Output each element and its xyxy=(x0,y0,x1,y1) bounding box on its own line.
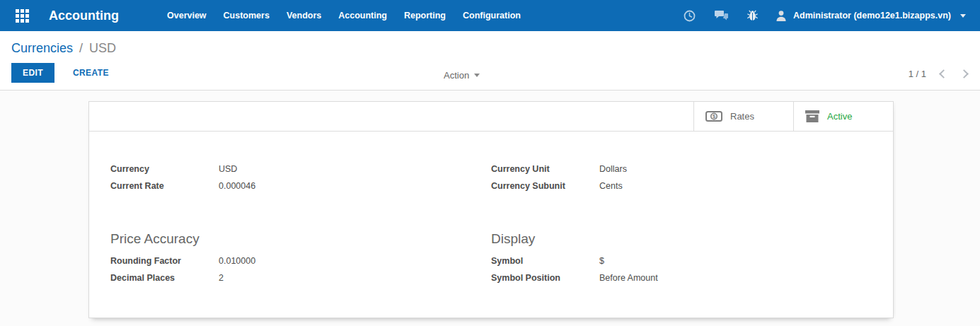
section-display: Display Symbol $ Symbol Position Before … xyxy=(491,231,872,290)
section-title-display: Display xyxy=(491,231,872,247)
menu-overview[interactable]: Overview xyxy=(158,6,215,25)
field-value: Before Amount xyxy=(599,273,658,283)
user-menu[interactable]: Administrator (demo12e1.bizapps.vn) xyxy=(770,6,969,26)
breadcrumb-currencies-link[interactable]: Currencies xyxy=(11,41,73,55)
field-label: Currency Subunit xyxy=(491,181,599,191)
field-value: Dollars xyxy=(599,164,627,174)
pager-previous-icon[interactable] xyxy=(939,69,948,78)
section-group: Price Accuracy Rounding Factor 0.010000 … xyxy=(110,231,872,290)
pager-next-icon[interactable] xyxy=(959,69,969,78)
field-label: Rounding Factor xyxy=(110,256,219,266)
control-panel-buttons: EDIT CREATE xyxy=(11,63,969,83)
menu-customers[interactable]: Customers xyxy=(215,6,278,25)
field-label: Currency Unit xyxy=(491,164,599,174)
field-value: 0.000046 xyxy=(219,181,255,191)
chevron-down-icon xyxy=(474,74,480,77)
pager-value: 1 / 1 xyxy=(909,69,926,79)
breadcrumb: Currencies / USD xyxy=(11,40,969,56)
field-value: 0.010000 xyxy=(219,256,255,266)
field-current-rate: Current Rate 0.000046 xyxy=(110,181,491,198)
edit-button[interactable]: EDIT xyxy=(11,63,54,83)
field-label: Current Rate xyxy=(110,181,219,191)
rates-button-label: Rates xyxy=(730,111,754,122)
user-name: Administrator (demo12e1.bizapps.vn) xyxy=(793,11,951,21)
section-price-accuracy: Price Accuracy Rounding Factor 0.010000 … xyxy=(110,231,491,290)
active-button-label: Active xyxy=(827,111,852,122)
apps-menu-icon[interactable] xyxy=(16,9,29,23)
active-toggle-button[interactable]: Active xyxy=(793,102,893,131)
create-button[interactable]: CREATE xyxy=(69,67,113,78)
breadcrumb-separator: / xyxy=(79,41,83,55)
user-avatar-icon xyxy=(776,10,787,22)
money-icon: $ xyxy=(705,111,722,122)
menu-configuration[interactable]: Configuration xyxy=(454,6,529,25)
button-box: $ Rates Active xyxy=(89,102,893,132)
control-panel: Currencies / USD EDIT CREATE Action 1 / … xyxy=(0,31,980,91)
currency-form-sheet: $ Rates Active Currency USD xyxy=(88,101,894,318)
content-area: $ Rates Active Currency USD xyxy=(0,91,980,318)
field-symbol-position: Symbol Position Before Amount xyxy=(491,273,872,290)
main-menu: Overview Customers Vendors Accounting Re… xyxy=(158,6,529,25)
app-title[interactable]: Accounting xyxy=(49,8,119,23)
field-value: Cents xyxy=(599,181,623,191)
field-currency: Currency USD xyxy=(110,164,491,181)
field-symbol: Symbol $ xyxy=(491,256,872,273)
field-label: Symbol xyxy=(491,256,599,266)
messages-chat-icon[interactable] xyxy=(708,6,735,25)
bug-icon[interactable] xyxy=(741,6,764,26)
top-fields-left: Currency USD Current Rate 0.000046 xyxy=(110,164,491,198)
top-navbar: Accounting Overview Customers Vendors Ac… xyxy=(0,0,980,31)
menu-reporting[interactable]: Reporting xyxy=(396,6,454,25)
menu-accounting[interactable]: Accounting xyxy=(330,6,396,25)
field-label: Currency xyxy=(110,164,219,174)
field-value: 2 xyxy=(219,273,224,283)
breadcrumb-current: USD xyxy=(89,41,116,55)
action-dropdown[interactable]: Action xyxy=(444,70,480,81)
sheet-body: Currency USD Current Rate 0.000046 Curre… xyxy=(89,132,893,290)
archive-icon xyxy=(805,110,819,122)
action-dropdown-label: Action xyxy=(444,70,469,81)
top-fields-right: Currency Unit Dollars Currency Subunit C… xyxy=(491,164,872,198)
pager: 1 / 1 xyxy=(909,69,967,79)
top-field-group: Currency USD Current Rate 0.000046 Curre… xyxy=(110,164,872,198)
field-rounding-factor: Rounding Factor 0.010000 xyxy=(110,256,491,273)
rates-button[interactable]: $ Rates xyxy=(693,102,793,131)
field-currency-subunit: Currency Subunit Cents xyxy=(491,181,872,198)
systray: Administrator (demo12e1.bizapps.vn) xyxy=(677,6,969,26)
field-value: $ xyxy=(599,256,604,266)
field-decimal-places: Decimal Places 2 xyxy=(110,273,491,290)
chevron-down-icon xyxy=(960,14,966,18)
activities-clock-icon[interactable] xyxy=(677,6,702,26)
section-title-price-accuracy: Price Accuracy xyxy=(110,231,491,247)
field-label: Symbol Position xyxy=(491,273,599,283)
field-currency-unit: Currency Unit Dollars xyxy=(491,164,872,181)
menu-vendors[interactable]: Vendors xyxy=(278,6,330,25)
field-label: Decimal Places xyxy=(110,273,219,283)
field-value: USD xyxy=(219,164,237,174)
